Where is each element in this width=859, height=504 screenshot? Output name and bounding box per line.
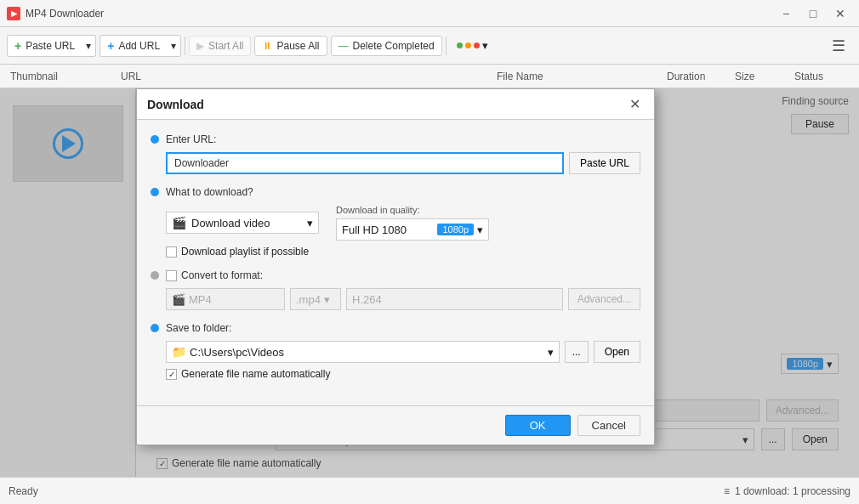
what-label-row: What to download? <box>151 186 640 198</box>
list-icon: ≡ <box>724 485 730 497</box>
film-icon-dlg: 🎬 <box>172 216 186 229</box>
dot-convert-dlg <box>151 271 159 280</box>
save-label-row: Save to folder: <box>151 322 640 334</box>
url-label-row: Enter URL: <box>151 133 640 145</box>
playlist-check-dlg[interactable]: Download playlist if possible <box>166 246 640 258</box>
status-bar: Ready ≡ 1 download: 1 processing <box>0 477 859 504</box>
title-bar-left: ▶ MP4 Downloader <box>7 7 104 20</box>
quality-label: Download in quality: <box>336 205 489 215</box>
advanced-btn-dlg[interactable]: Advanced... <box>568 288 640 310</box>
dot-green <box>457 42 463 48</box>
folder-input-row: 📁 C:\Users\pc\Videos ▾ ... Open <box>166 341 640 363</box>
col-thumbnail: Thumbnail <box>3 71 114 82</box>
paste-url-dropdown[interactable]: ▾ <box>82 35 96 57</box>
auto-filename-row: ✓ Generate file name automatically <box>166 368 640 380</box>
playlist-label-dlg: Download playlist if possible <box>181 246 309 258</box>
col-filename: File Name <box>490 71 660 82</box>
delete-completed-button[interactable]: — Delete Completed <box>331 36 442 56</box>
url-input[interactable] <box>166 152 564 174</box>
url-label: Enter URL: <box>166 133 216 145</box>
browse-btn-dlg[interactable]: ... <box>565 341 589 363</box>
convert-format-row: 🎬 MP4 .mp4 ▾ H.264 Advanced... <box>166 288 640 310</box>
add-url-button[interactable]: + Add URL <box>100 35 167 57</box>
what-section: What to download? 🎬 Download video ▾ Dow… <box>151 186 640 258</box>
open-btn-dlg[interactable]: Open <box>594 341 640 363</box>
toolbar: + Paste URL ▾ + Add URL ▾ ▶ Start All ⏸ … <box>0 27 859 65</box>
app-icon: ▶ <box>7 7 20 20</box>
dot-what-dlg <box>151 188 159 196</box>
dot-url <box>151 135 159 144</box>
pause-icon: ⏸ <box>262 40 272 52</box>
dialog-body: Enter URL: Paste URL What to download? 🎬… <box>137 120 654 405</box>
what-combo-dlg[interactable]: 🎬 Download video ▾ <box>166 212 319 234</box>
col-url: URL <box>114 71 490 82</box>
download-video-option: Download video <box>191 217 270 229</box>
maximize-button[interactable]: □ <box>801 5 825 22</box>
main-area: Downloader Finding source Pause What to … <box>0 88 859 477</box>
convert-label-row: Convert to format: <box>151 269 640 281</box>
col-status: Status <box>788 71 856 82</box>
download-dialog: Download ✕ Enter URL: Paste URL What to <box>136 88 655 445</box>
what-to-download-label: What to download? <box>166 186 253 198</box>
url-input-row: Paste URL <box>166 152 640 174</box>
add-url-group: + Add URL ▾ <box>100 35 181 57</box>
format-combo-dlg[interactable]: 🎬 MP4 <box>166 288 285 310</box>
quality-section: Download in quality: Full HD 1080 1080p … <box>336 205 489 241</box>
add-url-dropdown[interactable]: ▾ <box>167 35 181 57</box>
ok-button[interactable]: OK <box>505 415 571 436</box>
paste-url-dialog-button[interactable]: Paste URL <box>569 152 640 174</box>
close-button[interactable]: ✕ <box>828 5 852 22</box>
save-section: Save to folder: 📁 C:\Users\pc\Videos ▾ .… <box>151 322 640 380</box>
window-controls: − □ ✕ <box>774 5 852 22</box>
folder-combo-dlg[interactable]: 📁 C:\Users\pc\Videos ▾ <box>166 341 560 363</box>
folder-arrow: ▾ <box>548 346 554 359</box>
dot-orange <box>465 42 471 48</box>
download-info: 1 download: 1 processing <box>735 485 850 497</box>
col-duration: Duration <box>660 71 728 82</box>
auto-checkbox-dlg[interactable]: ✓ <box>166 369 177 380</box>
cancel-button[interactable]: Cancel <box>577 415 640 436</box>
app-title: MP4 Downloader <box>26 8 104 20</box>
paste-url-button[interactable]: + Paste URL <box>7 35 82 57</box>
dots-arrow: ▾ <box>482 39 488 52</box>
dot-red <box>474 42 480 48</box>
folder-icon-dlg: 📁 <box>172 345 186 359</box>
toolbar-separator-1 <box>185 37 185 55</box>
quality-combo-dlg[interactable]: Full HD 1080 1080p ▾ <box>336 218 489 241</box>
folder-path-dlg: C:\Users\pc\Videos <box>190 346 284 359</box>
convert-check-dlg[interactable]: Convert to format: <box>166 269 263 281</box>
playlist-row-dlg: Download playlist if possible <box>166 246 640 258</box>
ext-combo-dlg[interactable]: .mp4 ▾ <box>290 288 341 310</box>
url-section: Enter URL: Paste URL <box>151 133 640 174</box>
dots-menu[interactable]: ▾ <box>450 36 495 55</box>
checkmark-dlg: ✓ <box>168 370 175 379</box>
paste-url-group: + Paste URL ▾ <box>7 35 96 57</box>
status-right: ≡ 1 download: 1 processing <box>724 485 850 497</box>
convert-checkbox-dlg[interactable] <box>166 270 177 281</box>
dialog-close-button[interactable]: ✕ <box>626 96 644 112</box>
playlist-checkbox-dlg[interactable] <box>166 246 177 258</box>
what-arrow: ▾ <box>307 217 313 229</box>
dialog-titlebar: Download ✕ <box>137 89 654 120</box>
save-folder-label: Save to folder: <box>166 322 231 334</box>
what-combo-row: 🎬 Download video ▾ Download in quality: … <box>166 205 640 241</box>
status-ready: Ready <box>9 485 38 497</box>
auto-label-dlg: Generate file name automatically <box>181 368 330 380</box>
dialog-footer: OK Cancel <box>137 405 654 445</box>
quality-badge-dlg: 1080p <box>437 224 474 235</box>
codec-combo-dlg[interactable]: H.264 <box>346 288 563 310</box>
film-icon-format: 🎬 <box>172 293 185 306</box>
hamburger-menu[interactable]: ☰ <box>825 33 852 59</box>
plus-icon: + <box>14 39 21 53</box>
quality-option: Full HD 1080 <box>342 224 407 236</box>
col-size: Size <box>728 71 788 82</box>
dot-save-dlg <box>151 324 159 332</box>
minimize-button[interactable]: − <box>774 5 798 22</box>
delete-icon: — <box>338 40 349 52</box>
table-header: Thumbnail URL File Name Duration Size St… <box>0 65 859 88</box>
quality-arrow: ▾ <box>477 224 483 236</box>
pause-all-button[interactable]: ⏸ Pause All <box>254 36 327 56</box>
start-all-button[interactable]: ▶ Start All <box>189 36 251 56</box>
toolbar-separator-2 <box>446 37 447 55</box>
auto-check-dlg[interactable]: ✓ Generate file name automatically <box>166 368 640 380</box>
